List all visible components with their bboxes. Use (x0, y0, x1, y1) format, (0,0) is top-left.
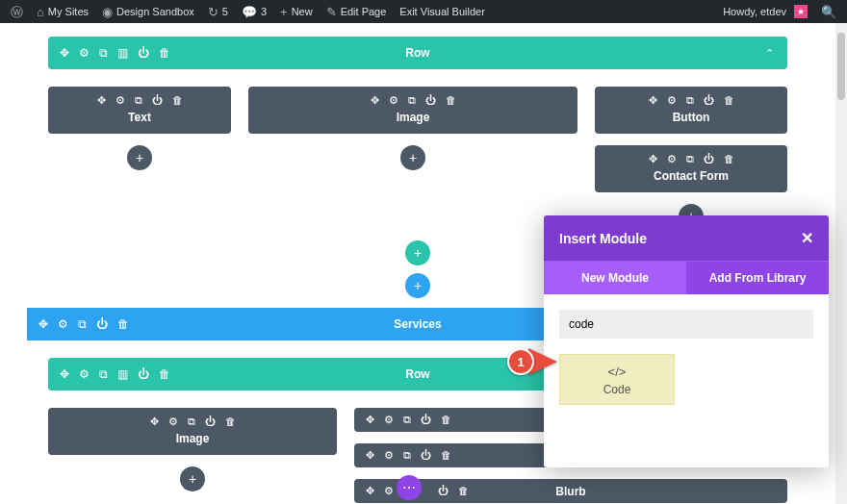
trash-icon[interactable]: 🗑 (441, 414, 451, 426)
my-account[interactable]: Howdy, etdev★ (716, 0, 814, 23)
trash-icon[interactable]: 🗑 (159, 367, 170, 381)
move-icon[interactable]: ✥ (38, 317, 48, 331)
tab-new-module[interactable]: New Module (544, 262, 686, 294)
wp-logo[interactable]: ⓦ (4, 0, 30, 23)
trash-icon[interactable]: 🗑 (159, 46, 170, 60)
duplicate-icon[interactable]: ⧉ (686, 153, 694, 165)
trash-icon[interactable]: 🗑 (724, 153, 734, 165)
plus-icon: + (280, 6, 288, 18)
gear-icon[interactable]: ⚙ (667, 94, 677, 107)
comments-menu[interactable]: 💬3 (235, 0, 273, 23)
power-icon[interactable]: ⏻ (704, 94, 714, 107)
move-icon[interactable]: ✥ (60, 46, 69, 60)
power-icon[interactable]: ⏻ (205, 416, 216, 428)
power-icon[interactable]: ⏻ (138, 46, 149, 60)
tab-add-from-library[interactable]: Add From Library (686, 262, 829, 294)
duplicate-icon[interactable]: ⧉ (686, 94, 694, 107)
duplicate-icon[interactable]: ⧉ (99, 46, 108, 60)
duplicate-icon[interactable]: ⧉ (188, 416, 195, 428)
gear-icon[interactable]: ⚙ (384, 414, 394, 426)
gear-icon[interactable]: ⚙ (58, 317, 68, 331)
module-contact-form[interactable]: ✥ ⚙ ⧉ ⏻ 🗑 Contact Form (595, 145, 787, 192)
gear-icon[interactable]: ⚙ (389, 94, 398, 107)
duplicate-icon[interactable]: ⧉ (403, 449, 411, 462)
updates-menu[interactable]: ↻5 (201, 0, 235, 23)
move-icon[interactable]: ✥ (60, 367, 69, 381)
row-1-header[interactable]: ✥ ⚙ ⧉ ▥ ⏻ 🗑 Row ⌃ (48, 37, 787, 69)
popup-tabs: New Module Add From Library (544, 261, 829, 294)
my-sites-menu[interactable]: ⌂My Sites (30, 0, 95, 23)
trash-icon[interactable]: 🗑 (117, 317, 129, 331)
howdy-label: Howdy, etdev (723, 6, 786, 17)
more-options-button[interactable]: ⋯ (397, 475, 422, 500)
trash-icon[interactable]: 🗑 (458, 485, 469, 497)
popup-header[interactable]: Insert Module ✕ (544, 215, 829, 261)
adminbar-search[interactable]: 🔍 (814, 0, 843, 23)
new-content-menu[interactable]: +New (273, 0, 320, 23)
page-scrollbar[interactable] (835, 23, 847, 504)
module-result-code[interactable]: </> Code (559, 354, 675, 405)
move-icon[interactable]: ✥ (366, 485, 374, 497)
gear-icon[interactable]: ⚙ (384, 449, 394, 462)
gear-icon[interactable]: ⚙ (667, 153, 677, 165)
gear-icon[interactable]: ⚙ (168, 416, 178, 428)
popup-body: </> Code (544, 294, 829, 467)
power-icon[interactable]: ⏻ (421, 449, 431, 462)
gear-icon[interactable]: ⚙ (79, 46, 90, 60)
power-icon[interactable]: ⏻ (152, 94, 163, 107)
power-icon[interactable]: ⏻ (438, 485, 449, 497)
module-image2-label: Image (48, 432, 337, 445)
power-icon[interactable]: ⏻ (96, 317, 108, 331)
trash-icon[interactable]: 🗑 (225, 416, 236, 428)
move-icon[interactable]: ✥ (371, 94, 379, 107)
module-text[interactable]: ✥ ⚙ ⧉ ⏻ 🗑 Text (48, 87, 231, 134)
module-image[interactable]: ✥ ⚙ ⧉ ⏻ 🗑 Image (248, 87, 578, 134)
move-icon[interactable]: ✥ (366, 449, 374, 462)
duplicate-icon[interactable]: ⧉ (135, 94, 142, 107)
add-module-button[interactable]: + (180, 466, 205, 491)
module-search-input[interactable] (559, 310, 813, 339)
exit-visual-builder[interactable]: Exit Visual Builder (393, 0, 491, 23)
trash-icon[interactable]: 🗑 (172, 94, 183, 107)
power-icon[interactable]: ⏻ (425, 94, 436, 107)
gear-icon[interactable]: ⚙ (116, 94, 125, 107)
module-image2-tools: ✥ ⚙ ⧉ ⏻ 🗑 (48, 416, 337, 428)
trash-icon[interactable]: 🗑 (446, 94, 456, 107)
add-row-button[interactable]: + (405, 240, 430, 265)
trash-icon[interactable]: 🗑 (724, 94, 734, 107)
power-icon[interactable]: ⏻ (138, 367, 149, 381)
add-module-button[interactable]: + (127, 145, 152, 170)
trash-icon[interactable]: 🗑 (441, 449, 451, 462)
gear-icon[interactable]: ⚙ (384, 485, 394, 497)
move-icon[interactable]: ✥ (649, 94, 657, 107)
site-name-label: Design Sandbox (116, 6, 194, 17)
move-icon[interactable]: ✥ (366, 414, 374, 426)
chevron-up-icon[interactable]: ⌃ (765, 47, 774, 60)
move-icon[interactable]: ✥ (150, 416, 159, 428)
duplicate-icon[interactable]: ⧉ (403, 414, 411, 426)
module-blurb[interactable]: ✥ ⚙ ⏻ 🗑 Blurb ⋯ (354, 479, 787, 503)
add-section-button[interactable]: + (405, 273, 430, 298)
module-image-2[interactable]: ✥ ⚙ ⧉ ⏻ 🗑 Image (48, 408, 337, 455)
site-name-menu[interactable]: ◉Design Sandbox (95, 0, 201, 23)
duplicate-icon[interactable]: ⧉ (78, 317, 87, 331)
row-2-tools: ✥ ⚙ ⧉ ▥ ⏻ 🗑 (48, 367, 170, 381)
edit-page-label: Edit Page (341, 6, 387, 17)
scroll-thumb[interactable] (837, 33, 845, 100)
power-icon[interactable]: ⏻ (421, 414, 431, 426)
columns-icon[interactable]: ▥ (117, 46, 128, 60)
module-contact-tools: ✥ ⚙ ⧉ ⏻ 🗑 (595, 153, 787, 165)
edit-page-link[interactable]: ✎Edit Page (320, 0, 394, 23)
move-icon[interactable]: ✥ (649, 153, 657, 165)
move-icon[interactable]: ✥ (97, 94, 106, 107)
columns-icon[interactable]: ▥ (117, 367, 128, 381)
add-module-button[interactable]: + (400, 145, 425, 170)
duplicate-icon[interactable]: ⧉ (408, 94, 416, 107)
gear-icon[interactable]: ⚙ (79, 367, 90, 381)
power-icon[interactable]: ⏻ (704, 153, 714, 165)
duplicate-icon[interactable]: ⧉ (99, 367, 108, 381)
module-button-label: Button (595, 111, 787, 124)
module-button[interactable]: ✥ ⚙ ⧉ ⏻ 🗑 Button (595, 87, 787, 134)
comments-count: 3 (261, 6, 267, 17)
close-icon[interactable]: ✕ (801, 229, 813, 247)
